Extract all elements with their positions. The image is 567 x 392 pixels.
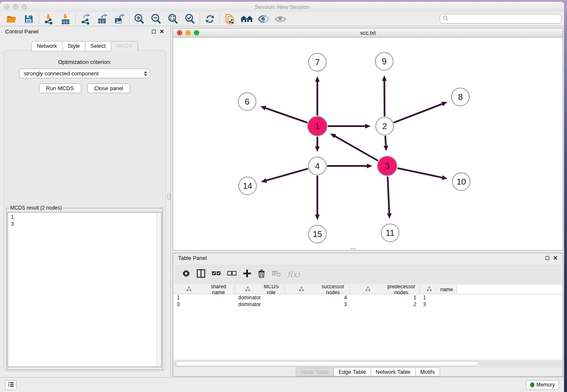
vertical-splitter[interactable] bbox=[169, 26, 171, 377]
mcds-result-groupbox: MCDS result (2 nodes) 13 bbox=[6, 208, 163, 370]
column-header-predecessor-nodes[interactable]: predecessor nodes bbox=[350, 285, 420, 294]
table-cell[interactable]: 1 bbox=[420, 294, 457, 301]
float-panel-icon[interactable] bbox=[545, 256, 549, 260]
apply-layout-button[interactable] bbox=[201, 13, 218, 25]
table-toolbar: f(x) bbox=[176, 265, 560, 283]
graph-node-label: 9 bbox=[382, 57, 386, 66]
workspace: Control Panel ✕ NetworkStyleSelectMCDS O… bbox=[0, 26, 564, 377]
arrowhead-icon bbox=[365, 124, 371, 129]
gear-icon bbox=[182, 269, 190, 279]
column-header-shared-name[interactable]: shared name bbox=[173, 285, 235, 294]
control-panel-title: Control Panel bbox=[5, 28, 39, 35]
graph-edge-3-1[interactable] bbox=[334, 136, 378, 161]
window-titlebar: Session: New Session bbox=[0, 2, 564, 12]
import-table-button[interactable] bbox=[57, 13, 74, 25]
zoom-selected-button[interactable] bbox=[182, 13, 198, 25]
graph-edge-2-9[interactable] bbox=[384, 80, 385, 116]
function-builder-button[interactable]: f(x) bbox=[287, 270, 300, 279]
tab-mcds[interactable]: MCDS bbox=[111, 41, 138, 51]
open-session-button[interactable] bbox=[3, 13, 20, 25]
select-all-button[interactable] bbox=[212, 271, 221, 278]
splitter-handle[interactable] bbox=[167, 193, 171, 200]
delete-table-button[interactable] bbox=[272, 270, 281, 278]
tab-style[interactable]: Style bbox=[62, 41, 85, 51]
splitter-handle[interactable] bbox=[350, 248, 355, 251]
table-cell[interactable]: 3 bbox=[173, 301, 235, 308]
deselect-all-button[interactable] bbox=[227, 271, 237, 278]
table-cell[interactable]: 3 bbox=[420, 301, 457, 308]
delete-columns-button[interactable] bbox=[258, 269, 265, 279]
mcds-result-list[interactable]: 13 bbox=[8, 212, 162, 367]
float-panel-icon[interactable] bbox=[152, 30, 156, 33]
show-all-button[interactable] bbox=[272, 13, 289, 25]
table-header-row: shared nameMCDS rolesuccessor nodesprede… bbox=[173, 285, 562, 294]
graph-edge-3-10[interactable] bbox=[397, 168, 443, 178]
table-mode-button[interactable] bbox=[182, 269, 190, 279]
column-header-MCDS-role[interactable]: MCDS role bbox=[235, 285, 285, 294]
tab-node-table[interactable]: Node Table bbox=[296, 367, 333, 376]
table-scrollbar-thumb[interactable] bbox=[176, 361, 479, 366]
column-header-successor-nodes[interactable]: successor nodes bbox=[285, 285, 350, 294]
close-panel-icon[interactable]: ✕ bbox=[160, 29, 164, 34]
run-mcds-button[interactable]: Run MCDS bbox=[39, 83, 81, 93]
control-panel-tabs: NetworkStyleSelectMCDS bbox=[0, 41, 169, 51]
graph-edge-1-6[interactable] bbox=[265, 108, 308, 123]
table-cell[interactable]: dominator bbox=[235, 301, 285, 308]
tab-edge-table[interactable]: Edge Table bbox=[333, 367, 371, 376]
tab-select[interactable]: Select bbox=[85, 41, 111, 51]
tab-motifs[interactable]: Motifs bbox=[415, 367, 440, 376]
result-scrollbar[interactable] bbox=[156, 213, 161, 367]
control-panel-titlebar: Control Panel ✕ bbox=[0, 26, 169, 36]
create-column-button[interactable] bbox=[243, 269, 251, 279]
clone-network-button[interactable] bbox=[221, 13, 238, 25]
close-panel-icon[interactable]: ✕ bbox=[553, 255, 558, 261]
table-cell[interactable]: 3 bbox=[285, 301, 350, 308]
save-session-button[interactable] bbox=[20, 13, 37, 25]
application-window: Session: New Session Cont bbox=[0, 2, 564, 392]
graph-edge-2-8[interactable] bbox=[394, 104, 443, 123]
network-canvas[interactable]: 7968124314101511 bbox=[173, 38, 563, 250]
toolbar-separator bbox=[200, 14, 200, 25]
import-network-button[interactable] bbox=[40, 13, 57, 25]
table-row[interactable]: 3dominator323 bbox=[173, 301, 562, 308]
network-window: x − + scc.txt 7968124314101511 bbox=[173, 28, 563, 251]
save-icon bbox=[24, 14, 34, 24]
show-columns-button[interactable] bbox=[197, 269, 205, 279]
graph-edge-4-14[interactable] bbox=[265, 168, 308, 181]
table-cell[interactable]: 1 bbox=[173, 294, 235, 301]
zoom-in-button[interactable] bbox=[131, 13, 148, 25]
graph-node-label: 8 bbox=[458, 92, 462, 102]
export-table-button[interactable] bbox=[94, 13, 111, 25]
table-cell[interactable]: 4 bbox=[285, 294, 350, 301]
tab-network-table[interactable]: Network Table bbox=[371, 367, 415, 376]
column-header-name[interactable]: name bbox=[420, 285, 457, 294]
network-graph[interactable]: 7968124314101511 bbox=[173, 38, 563, 251]
search-input[interactable] bbox=[449, 14, 561, 23]
graph-edge-3-11[interactable] bbox=[388, 177, 389, 214]
tab-network[interactable]: Network bbox=[31, 41, 62, 51]
export-image-button[interactable] bbox=[111, 13, 128, 25]
eye-slash-icon bbox=[257, 14, 270, 24]
toolbar-separator bbox=[39, 14, 39, 25]
search-box[interactable] bbox=[440, 14, 561, 24]
memory-button[interactable]: Memory bbox=[526, 380, 559, 390]
table-cell[interactable]: 1 bbox=[350, 294, 420, 301]
zoom-out-button[interactable] bbox=[148, 13, 165, 25]
table-cell[interactable]: 2 bbox=[350, 301, 420, 308]
first-neighbors-button[interactable] bbox=[238, 13, 255, 25]
table-scrollbar-track[interactable] bbox=[173, 360, 562, 367]
table-cell[interactable]: dominator bbox=[235, 294, 285, 301]
zoom-fit-button[interactable] bbox=[165, 13, 182, 25]
table-row[interactable]: 1dominator411 bbox=[173, 294, 562, 301]
graph-edge-2-3[interactable] bbox=[385, 136, 386, 146]
close-panel-button[interactable]: Close panel bbox=[87, 83, 131, 93]
export-network-button[interactable] bbox=[77, 13, 94, 25]
criterion-select[interactable]: strongly connected component bbox=[19, 69, 150, 78]
arrowhead-icon bbox=[315, 146, 320, 152]
network-window-titlebar[interactable]: x − + scc.txt bbox=[173, 28, 563, 38]
home-icon bbox=[240, 14, 253, 24]
hide-selected-button[interactable] bbox=[255, 13, 272, 25]
show-panels-button[interactable] bbox=[5, 380, 17, 390]
table-panel-tabs: Node TableEdge TableNetwork TableMotifs bbox=[173, 367, 563, 376]
export-network-icon bbox=[80, 14, 91, 25]
